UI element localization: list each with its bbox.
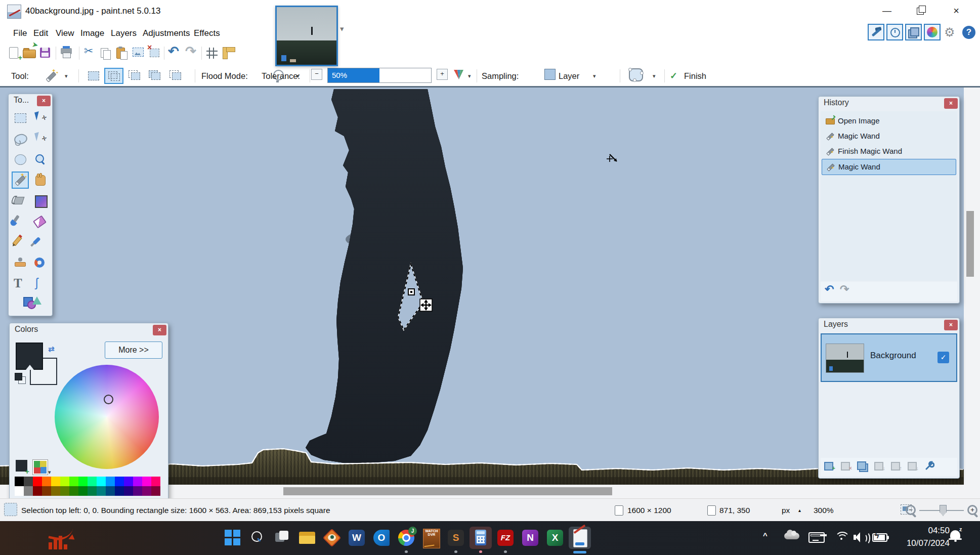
history-item-open-image[interactable]: Open Image bbox=[822, 113, 956, 129]
colors-panel-close-button[interactable]: × bbox=[153, 325, 166, 335]
vertical-scrollbar-thumb[interactable] bbox=[966, 211, 974, 277]
tray-chevron-icon[interactable]: ^ bbox=[763, 531, 768, 540]
tool-lasso-select[interactable] bbox=[12, 130, 29, 147]
finish-check-icon[interactable]: ✓ bbox=[670, 66, 677, 86]
menu-adjustments[interactable]: Adjustments bbox=[141, 22, 192, 45]
palette-swatch[interactable] bbox=[115, 477, 124, 486]
toggle-history-button[interactable] bbox=[886, 24, 903, 40]
watch-dvr-icon[interactable]: WATCHDVR bbox=[421, 528, 441, 548]
paste-button[interactable] bbox=[115, 46, 129, 61]
more-button[interactable]: More >> bbox=[105, 341, 162, 359]
menu-view[interactable]: View bbox=[54, 22, 76, 45]
palette-swatch[interactable] bbox=[124, 486, 133, 496]
redo-button[interactable]: ↷ bbox=[185, 44, 199, 59]
palette-swatch[interactable] bbox=[124, 477, 133, 486]
history-undo-button[interactable]: ↶ bbox=[825, 283, 834, 296]
antialiasing-dropdown-arrow[interactable]: ▾ bbox=[468, 66, 471, 86]
palette-swatch[interactable] bbox=[42, 477, 51, 486]
stock-chart-icon[interactable] bbox=[47, 524, 82, 552]
horizontal-scrollbar-thumb[interactable] bbox=[283, 487, 612, 495]
history-item-magic-wand-2-selected[interactable]: Magic Wand bbox=[822, 159, 956, 175]
outlook-icon[interactable]: O bbox=[371, 528, 392, 548]
tool-gradient[interactable] bbox=[32, 192, 49, 209]
new-file-button[interactable]: + bbox=[7, 46, 21, 61]
tool-paintbrush[interactable] bbox=[12, 213, 29, 230]
tool-clone-stamp[interactable] bbox=[12, 254, 29, 272]
onedrive-icon[interactable] bbox=[784, 533, 799, 539]
palette-swatch[interactable] bbox=[33, 477, 42, 486]
menu-file[interactable]: File bbox=[11, 22, 29, 45]
unit-dropdown-arrow[interactable]: ▴ bbox=[798, 499, 801, 522]
toggle-colors-button[interactable] bbox=[924, 24, 941, 40]
merge-layer-down-button[interactable]: ↓ bbox=[873, 461, 884, 471]
tolerance-slider[interactable]: 50% bbox=[327, 68, 432, 83]
reset-colors-icon[interactable] bbox=[15, 373, 27, 385]
palette-swatch[interactable] bbox=[33, 486, 42, 496]
palette-swatch[interactable] bbox=[142, 477, 151, 486]
search-icon[interactable] bbox=[247, 528, 268, 548]
layers-panel-close-button[interactable]: × bbox=[944, 320, 958, 330]
palette-swatch[interactable] bbox=[69, 486, 78, 496]
help-icon[interactable]: ? bbox=[962, 26, 975, 39]
palette-swatch[interactable] bbox=[133, 477, 142, 486]
duplicate-layer-button[interactable] bbox=[856, 461, 867, 471]
palette-swatch[interactable] bbox=[15, 477, 24, 486]
save-button[interactable] bbox=[38, 46, 53, 61]
tool-move-pixels[interactable] bbox=[32, 109, 49, 126]
history-item-magic-wand-1[interactable]: Magic Wand bbox=[822, 129, 956, 144]
selection-quality-dropdown-arrow[interactable]: ▾ bbox=[653, 66, 656, 86]
sampling-dropdown-arrow[interactable]: ▾ bbox=[593, 66, 596, 86]
tool-move-selection[interactable] bbox=[32, 130, 49, 147]
tool-recolor[interactable] bbox=[32, 254, 49, 272]
copy-button[interactable] bbox=[99, 46, 113, 61]
vertical-scrollbar[interactable] bbox=[964, 88, 980, 485]
task-view-icon[interactable] bbox=[272, 528, 292, 548]
tool-magic-wand[interactable]: ✦ ✦ bbox=[12, 172, 29, 189]
selection-mode-replace[interactable] bbox=[84, 68, 103, 84]
palette-swatch[interactable] bbox=[115, 486, 124, 496]
selection-mode-subtract[interactable] bbox=[125, 68, 145, 84]
tool-text[interactable]: T bbox=[12, 275, 29, 292]
palette-swatch[interactable] bbox=[97, 486, 106, 496]
swap-colors-icon[interactable]: ⇄ bbox=[48, 345, 55, 354]
palette-swatch[interactable] bbox=[88, 477, 97, 486]
color-wheel-selector[interactable] bbox=[104, 395, 113, 404]
palette-swatch[interactable] bbox=[15, 486, 24, 496]
notification-bell-icon[interactable] bbox=[950, 530, 960, 538]
primary-color-swatch[interactable] bbox=[16, 343, 43, 370]
history-item-finish-magic-wand[interactable]: Finish Magic Wand bbox=[822, 144, 956, 159]
tolerance-plus-button[interactable]: + bbox=[437, 69, 448, 80]
palette-swatch[interactable] bbox=[24, 477, 33, 486]
filezilla-icon[interactable]: FZ bbox=[495, 528, 516, 548]
zoom-in-button[interactable]: + bbox=[967, 505, 977, 515]
tool-color-picker[interactable] bbox=[32, 234, 49, 251]
toggle-tools-button[interactable] bbox=[868, 24, 884, 40]
open-file-button[interactable]: ➤ bbox=[22, 46, 36, 61]
palette-menu-icon[interactable] bbox=[33, 460, 48, 475]
deselect-button[interactable] bbox=[148, 46, 162, 61]
palette-swatch[interactable] bbox=[60, 486, 69, 496]
menu-effects[interactable]: Effects bbox=[192, 22, 222, 45]
palette-swatch[interactable] bbox=[78, 486, 88, 496]
zoom-slider-thumb[interactable] bbox=[940, 505, 947, 516]
image-list-chevron-icon[interactable]: ▾ bbox=[340, 24, 344, 33]
tool-shapes[interactable] bbox=[22, 294, 39, 312]
grid-toggle-button[interactable] bbox=[205, 46, 220, 61]
onenote-icon[interactable]: N bbox=[520, 528, 540, 548]
palette-swatch[interactable] bbox=[106, 477, 115, 486]
tool-eraser[interactable] bbox=[32, 213, 49, 230]
toggle-layers-button[interactable] bbox=[905, 24, 922, 40]
antialiasing-icon[interactable] bbox=[453, 69, 464, 83]
touch-keyboard-icon[interactable] bbox=[808, 532, 825, 543]
selection-mode-add[interactable] bbox=[104, 68, 123, 84]
paintdotnet-taskbar-icon[interactable] bbox=[570, 528, 590, 548]
minimize-button[interactable]: — bbox=[877, 3, 897, 18]
tool-pencil[interactable] bbox=[12, 234, 29, 251]
tool-zoom[interactable] bbox=[32, 151, 49, 168]
color-wheel[interactable] bbox=[55, 365, 159, 469]
calculator-icon[interactable] bbox=[471, 528, 491, 548]
close-button[interactable]: × bbox=[946, 3, 966, 18]
move-layer-up-button[interactable]: ↑ bbox=[889, 461, 901, 471]
tool-ellipse-select[interactable] bbox=[12, 151, 29, 168]
finish-button[interactable]: Finish bbox=[684, 66, 706, 86]
